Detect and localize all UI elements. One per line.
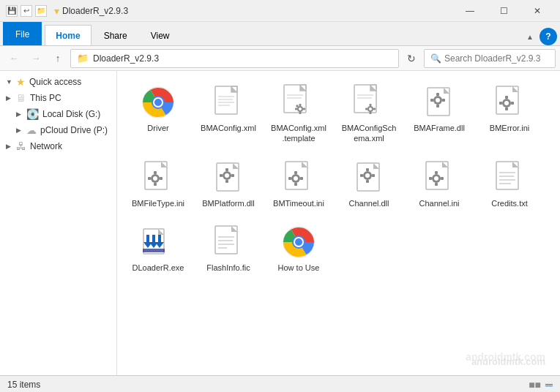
- save-icon[interactable]: 💾: [6, 5, 18, 17]
- sidebar-item-quick-access[interactable]: ▼ ★ Quick access: [0, 74, 116, 90]
- svg-rect-62: [225, 168, 228, 171]
- file-item-bmaframe-dll[interactable]: BMAFrame.dll: [407, 80, 471, 149]
- window-title: DloaderR_v2.9.3: [62, 6, 453, 16]
- file-item-bmaconfig-schema[interactable]: BMAConfigSchema.xml: [337, 80, 401, 149]
- file-icon-driver: [141, 85, 176, 120]
- svg-rect-81: [372, 174, 375, 177]
- up-button[interactable]: ↑: [48, 49, 67, 68]
- svg-rect-57: [160, 177, 163, 180]
- svg-rect-54: [154, 171, 157, 174]
- svg-point-77: [365, 173, 370, 178]
- file-item-how-to-use[interactable]: How to Use: [266, 219, 331, 278]
- sidebar-label-network: Network: [30, 141, 62, 151]
- ribbon-collapse-arrow[interactable]: ▲: [523, 31, 537, 42]
- gear-doc3-icon: [353, 159, 385, 196]
- address-path[interactable]: 📁 DloaderR_v2.9.3: [70, 49, 399, 68]
- undo-icon[interactable]: ↩: [20, 5, 32, 17]
- svg-point-69: [294, 176, 298, 181]
- close-button[interactable]: ✕: [520, 0, 554, 22]
- minimize-button[interactable]: —: [453, 0, 487, 22]
- file-label-how-to-use: How to Use: [278, 263, 320, 273]
- folder-icon[interactable]: 📁: [35, 5, 47, 17]
- file-item-bmtimeout-ini[interactable]: BMTimeout.ini: [266, 155, 331, 214]
- tab-home[interactable]: Home: [45, 25, 91, 45]
- svg-rect-55: [154, 183, 157, 186]
- file-item-credits-txt[interactable]: Credits.txt: [477, 155, 542, 214]
- svg-rect-18: [299, 104, 302, 106]
- svg-rect-41: [442, 99, 445, 102]
- file-item-bmplatform-dll[interactable]: BMPlatform.dll: [196, 155, 261, 214]
- maximize-button[interactable]: ☐: [487, 0, 520, 22]
- svg-rect-56: [148, 177, 151, 180]
- svg-rect-49: [511, 102, 514, 105]
- svg-rect-21: [303, 108, 305, 110]
- svg-point-111: [295, 238, 302, 246]
- svg-point-53: [153, 176, 157, 181]
- sidebar-item-local-disk[interactable]: ▶ 💽 Local Disk (G:): [0, 106, 116, 122]
- file-icon-bmaframe-dll: [422, 85, 457, 120]
- status-bar: 15 items ■■ ═: [0, 375, 560, 392]
- sidebar-item-network[interactable]: ▶ 🖧 Network: [0, 138, 116, 154]
- file-icon-bmaconfig-xml: [211, 85, 246, 120]
- file-label-bmplatform-dll: BMPlatform.dll: [202, 198, 255, 208]
- svg-rect-20: [295, 108, 297, 110]
- expand-arrow-quick-access: ▼: [6, 78, 16, 86]
- file-label-channel-ini: Channel.ini: [419, 198, 459, 208]
- file-item-channel-ini[interactable]: Channel.ini: [407, 155, 471, 214]
- file-label-bmaconfig-schema: BMAConfigSchema.xml: [340, 123, 397, 144]
- refresh-button[interactable]: ↻: [402, 49, 421, 68]
- ribbon-right: ▲ ?: [523, 28, 557, 45]
- svg-rect-39: [436, 105, 439, 108]
- ribbon-tabs: File Home Share View ▲ ?: [0, 22, 560, 45]
- large-icons-view-button[interactable]: ■■: [529, 379, 541, 391]
- svg-point-45: [504, 101, 509, 105]
- sidebar-item-this-pc[interactable]: ▶ 🖥 This PC: [0, 90, 116, 106]
- file-item-bmaconfig-xml[interactable]: BMAConfig.xml: [196, 80, 261, 149]
- svg-rect-47: [505, 108, 508, 110]
- forward-button[interactable]: →: [26, 49, 45, 68]
- svg-point-3: [154, 99, 162, 106]
- svg-rect-78: [366, 168, 369, 171]
- svg-rect-101: [143, 249, 165, 252]
- path-folder-icon: 📁: [77, 53, 89, 64]
- title-bar-icons: 💾 ↩ 📁: [6, 5, 47, 17]
- file-icon-bmfiletype-ini: [141, 160, 176, 195]
- file-item-flashinfo-fic[interactable]: FlashInfo.fic: [196, 219, 261, 278]
- tab-file[interactable]: File: [3, 22, 42, 45]
- file-item-bmaconfig-template[interactable]: BMAConfig.xml.template: [266, 80, 331, 149]
- status-right: ■■ ═: [529, 379, 553, 391]
- xml-doc-icon: [212, 85, 244, 120]
- back-button[interactable]: ←: [4, 49, 23, 68]
- address-bar: ← → ↑ 📁 DloaderR_v2.9.3 ↻ 🔍: [0, 46, 560, 71]
- search-box[interactable]: 🔍: [424, 49, 556, 68]
- file-icon-channel-ini: [422, 160, 457, 195]
- svg-rect-80: [360, 174, 363, 177]
- sidebar-label-local-disk: Local Disk (G:): [42, 109, 100, 119]
- tab-view[interactable]: View: [140, 25, 181, 45]
- svg-rect-30: [370, 104, 372, 106]
- item-count: 15 items: [7, 380, 40, 390]
- help-button[interactable]: ?: [540, 28, 557, 45]
- svg-rect-79: [366, 180, 369, 183]
- file-item-bmerror-ini[interactable]: BMError.ini: [477, 80, 542, 149]
- chrome-icon2: [282, 225, 316, 259]
- svg-rect-72: [288, 177, 291, 180]
- svg-rect-40: [430, 99, 433, 102]
- svg-rect-65: [231, 174, 234, 177]
- file-item-channel-dll[interactable]: Channel.dll: [337, 155, 401, 214]
- watermark: androidmtk.com: [466, 351, 545, 363]
- file-label-dloaderr-exe: DLoaderR.exe: [132, 263, 184, 273]
- details-view-button[interactable]: ═: [545, 379, 553, 391]
- search-input[interactable]: [444, 53, 549, 64]
- expand-arrow-local-disk: ▶: [16, 110, 26, 118]
- txt-doc-icon: [493, 159, 526, 196]
- file-item-dloaderr-exe[interactable]: DLoaderR.exe: [126, 219, 190, 278]
- file-item-driver[interactable]: Driver: [126, 80, 190, 149]
- watermark-text: androidmtk.com: [471, 356, 545, 367]
- sidebar-label-this-pc: This PC: [30, 93, 61, 103]
- file-item-bmfiletype-ini[interactable]: BMFileType.ini: [126, 155, 190, 214]
- sidebar-item-pcloud[interactable]: ▶ ☁ pCloud Drive (P:): [0, 122, 116, 138]
- gear-doc2-icon: [212, 159, 244, 196]
- ribbon: File Home Share View ▲ ?: [0, 22, 560, 46]
- tab-share[interactable]: Share: [93, 25, 138, 45]
